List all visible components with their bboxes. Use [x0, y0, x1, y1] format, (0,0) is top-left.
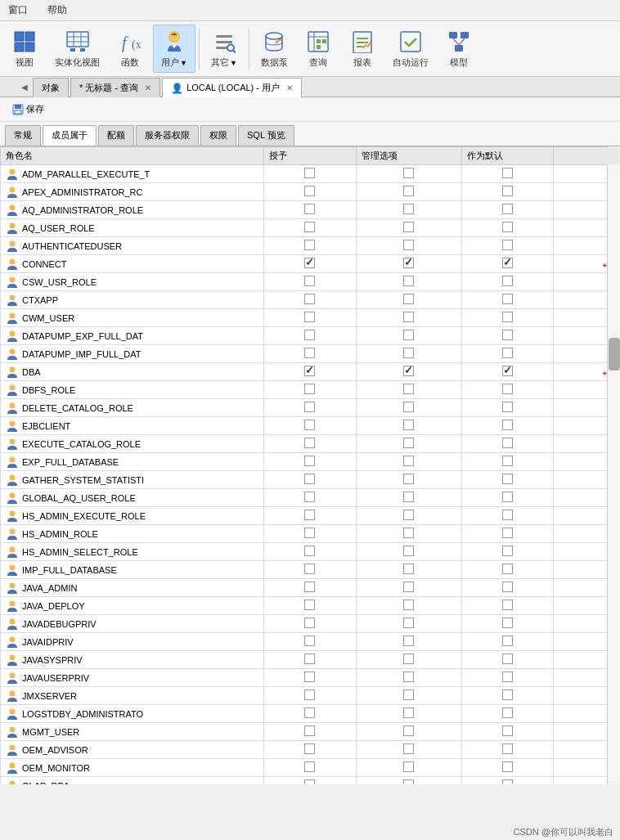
default-checkbox[interactable]: [502, 438, 513, 448]
admin-cell[interactable]: [356, 489, 461, 507]
default-checkbox[interactable]: [502, 707, 513, 718]
admin-cell[interactable]: [356, 183, 461, 201]
save-button[interactable]: 保存: [7, 101, 50, 118]
default-checkbox[interactable]: [502, 168, 513, 178]
default-checkbox[interactable]: [502, 582, 513, 592]
default-cell[interactable]: [461, 309, 554, 327]
admin-checkbox[interactable]: [403, 204, 414, 214]
default-cell[interactable]: [461, 237, 554, 255]
default-checkbox[interactable]: [502, 276, 513, 286]
default-checkbox[interactable]: [502, 690, 513, 700]
grant-cell[interactable]: [264, 399, 357, 417]
menu-window[interactable]: 窗口: [5, 2, 31, 19]
grant-cell[interactable]: [264, 615, 357, 633]
default-checkbox[interactable]: [502, 402, 513, 412]
default-checkbox[interactable]: [502, 474, 513, 484]
tab-object[interactable]: 对象: [33, 78, 69, 97]
default-checkbox[interactable]: [502, 420, 513, 430]
admin-cell[interactable]: [356, 453, 461, 471]
grant-cell[interactable]: [264, 597, 357, 615]
default-checkbox[interactable]: [502, 654, 513, 664]
default-cell[interactable]: [461, 669, 554, 687]
grant-checkbox[interactable]: [304, 366, 315, 376]
grant-checkbox[interactable]: [304, 204, 315, 214]
admin-checkbox[interactable]: [403, 546, 414, 556]
default-checkbox[interactable]: [502, 384, 513, 394]
default-checkbox[interactable]: [502, 761, 513, 772]
grant-checkbox[interactable]: [304, 672, 315, 682]
admin-checkbox[interactable]: [403, 258, 414, 268]
default-cell[interactable]: [461, 633, 554, 651]
default-checkbox[interactable]: [502, 779, 513, 784]
grant-checkbox[interactable]: [304, 420, 315, 430]
admin-checkbox[interactable]: [403, 707, 414, 718]
grant-checkbox[interactable]: [304, 600, 315, 610]
admin-checkbox[interactable]: [403, 474, 414, 484]
admin-checkbox[interactable]: [403, 492, 414, 502]
grant-checkbox[interactable]: [304, 707, 315, 718]
grant-cell[interactable]: [264, 255, 357, 273]
grant-checkbox[interactable]: [304, 330, 315, 340]
tab-user[interactable]: 👤 LOCAL (LOCAL) - 用户 ✕: [162, 78, 302, 97]
grant-checkbox[interactable]: [304, 402, 315, 412]
sub-tab-sql[interactable]: SQL 预览: [238, 125, 294, 146]
grant-cell[interactable]: [264, 327, 357, 345]
admin-cell[interactable]: [356, 219, 461, 237]
tab-user-close[interactable]: ✕: [286, 83, 293, 92]
admin-checkbox[interactable]: [403, 312, 414, 322]
admin-cell[interactable]: [356, 237, 461, 255]
grant-checkbox[interactable]: [304, 456, 315, 466]
admin-checkbox[interactable]: [403, 402, 414, 412]
grant-checkbox[interactable]: [304, 384, 315, 394]
grant-cell[interactable]: [264, 543, 357, 561]
admin-cell[interactable]: [356, 543, 461, 561]
admin-cell[interactable]: [356, 399, 461, 417]
admin-checkbox[interactable]: [403, 186, 414, 196]
default-cell[interactable]: [461, 561, 554, 579]
admin-cell[interactable]: [356, 741, 461, 759]
grant-checkbox[interactable]: [304, 222, 315, 232]
grant-cell[interactable]: [264, 417, 357, 435]
toolbar-model[interactable]: 模型: [438, 25, 480, 73]
admin-cell[interactable]: [356, 471, 461, 489]
grant-checkbox[interactable]: [304, 294, 315, 304]
admin-cell[interactable]: [356, 759, 461, 777]
grant-cell[interactable]: [264, 579, 357, 597]
admin-cell[interactable]: [356, 363, 461, 381]
default-cell[interactable]: [461, 777, 554, 785]
admin-cell[interactable]: [356, 507, 461, 525]
toolbar-materialized-view[interactable]: 实体化视图: [47, 25, 107, 73]
toolbar-autorun[interactable]: 自动运行: [385, 25, 436, 73]
scrollbar-thumb[interactable]: [609, 338, 620, 371]
admin-checkbox[interactable]: [403, 510, 414, 520]
default-cell[interactable]: [461, 345, 554, 363]
grant-cell[interactable]: [264, 561, 357, 579]
default-checkbox[interactable]: [502, 546, 513, 556]
admin-checkbox[interactable]: [403, 618, 414, 628]
admin-checkbox[interactable]: [403, 743, 414, 754]
grant-cell[interactable]: [264, 237, 357, 255]
grant-checkbox[interactable]: [304, 492, 315, 502]
default-cell[interactable]: [461, 291, 554, 309]
admin-cell[interactable]: [356, 417, 461, 435]
admin-cell[interactable]: [356, 525, 461, 543]
default-checkbox[interactable]: [502, 186, 513, 196]
default-cell[interactable]: [461, 399, 554, 417]
default-checkbox[interactable]: [502, 725, 513, 736]
admin-checkbox[interactable]: [403, 636, 414, 646]
grant-cell[interactable]: [264, 759, 357, 777]
default-cell[interactable]: [461, 651, 554, 669]
grant-cell[interactable]: [264, 435, 357, 453]
default-cell[interactable]: [461, 363, 554, 381]
default-checkbox[interactable]: [502, 222, 513, 232]
default-checkbox[interactable]: [502, 330, 513, 340]
default-cell[interactable]: [461, 273, 554, 291]
admin-cell[interactable]: [356, 165, 461, 183]
grant-checkbox[interactable]: [304, 743, 315, 754]
default-checkbox[interactable]: [502, 600, 513, 610]
admin-checkbox[interactable]: [403, 779, 414, 784]
admin-cell[interactable]: [356, 291, 461, 309]
admin-cell[interactable]: [356, 255, 461, 273]
sub-tab-quota[interactable]: 配额: [98, 125, 134, 146]
grant-cell[interactable]: [264, 363, 357, 381]
